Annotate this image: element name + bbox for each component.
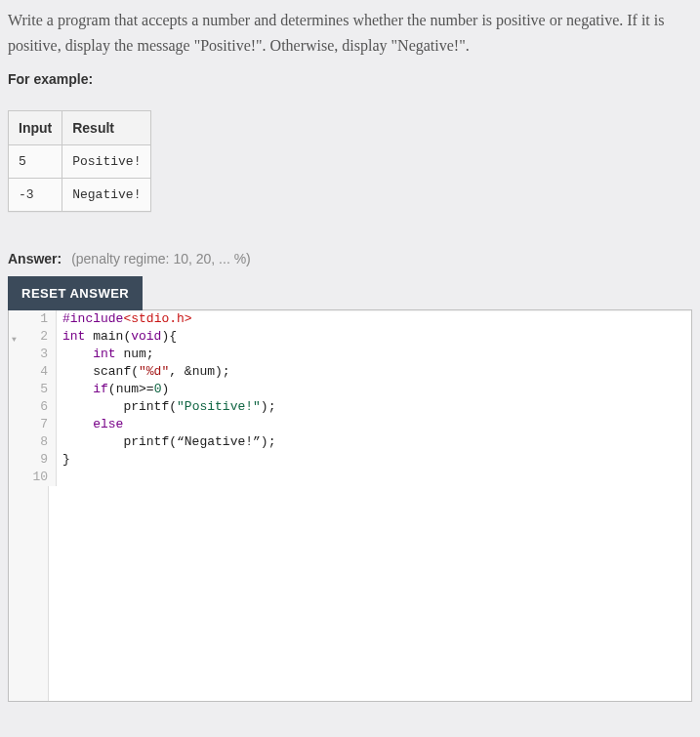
line-number: 7 [9,416,57,433]
table-row: -3Negative! [9,179,151,212]
code-line[interactable]: 9} [9,451,691,469]
code-line[interactable]: 3 int num; [9,346,691,363]
line-number: 8 [9,433,57,451]
line-number: 9 [9,451,57,469]
example-result-cell: Positive! [62,145,151,179]
line-number: 1 [9,310,57,328]
code-line[interactable]: 1#include<stdio.h> [9,310,691,328]
code-text[interactable] [57,469,62,486]
code-line[interactable]: 8 printf(“Negative!”); [9,433,691,451]
code-line[interactable]: 5 if(num>=0) [9,381,691,398]
line-number: 3 [9,346,57,363]
code-text[interactable]: else [57,416,123,433]
code-line[interactable]: 7 else [9,416,691,433]
code-text[interactable]: printf(“Negative!”); [57,433,275,451]
line-number: 4 [9,363,57,381]
code-line[interactable]: 2▼int main(void){ [9,328,691,346]
code-line[interactable]: 6 printf("Positive!"); [9,398,691,416]
question-description: Write a program that accepts a number an… [8,8,692,58]
example-input-cell: 5 [9,145,62,179]
code-text[interactable]: } [57,451,70,469]
code-line[interactable]: 4 scanf("%d", &num); [9,363,691,381]
line-number: 2▼ [9,328,57,346]
line-number: 10 [9,469,57,486]
reset-answer-button[interactable]: RESET ANSWER [8,276,143,310]
code-line[interactable]: 10 [9,469,691,486]
penalty-regime: (penalty regime: 10, 20, ... %) [71,251,251,266]
code-text[interactable]: int num; [57,346,154,363]
example-header-input: Input [9,111,62,145]
line-number: 6 [9,398,57,416]
example-table: Input Result 5Positive!-3Negative! [8,110,151,212]
example-header-result: Result [62,111,151,145]
code-text[interactable]: printf("Positive!"); [57,398,275,416]
line-number: 5 [9,381,57,398]
code-text[interactable]: int main(void){ [57,328,185,346]
example-input-cell: -3 [9,179,62,212]
answer-label-line: Answer: (penalty regime: 10, 20, ... %) [8,251,692,266]
table-row: 5Positive! [9,145,151,179]
example-result-cell: Negative! [62,179,151,212]
answer-label: Answer: [8,251,62,266]
code-text[interactable]: #include<stdio.h> [57,310,192,328]
code-editor[interactable]: 1#include<stdio.h>2▼int main(void){ 3 in… [8,309,692,702]
for-example-label: For example: [8,71,692,87]
code-text[interactable]: scanf("%d", &num); [57,363,230,381]
code-text[interactable]: if(num>=0) [57,381,169,398]
